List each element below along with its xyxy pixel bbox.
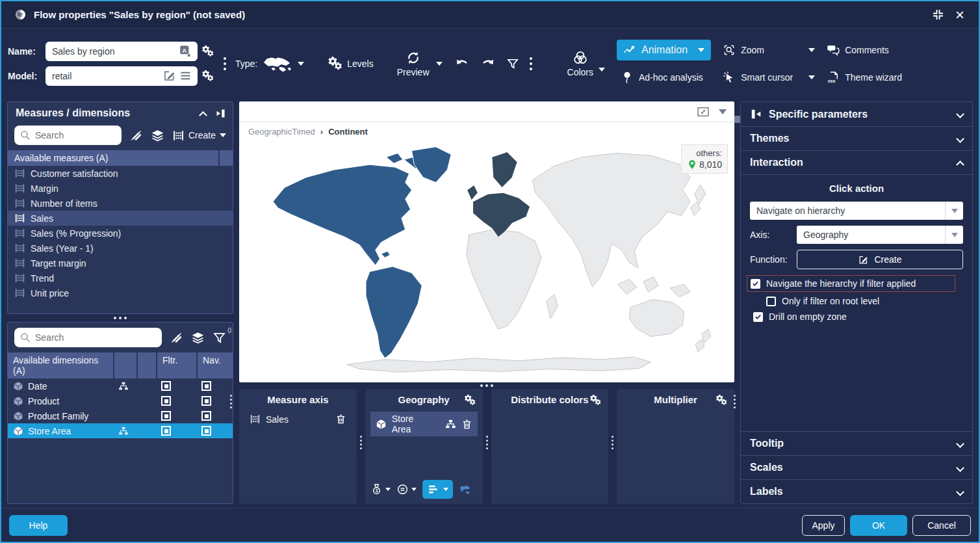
world-map-chart[interactable] (239, 140, 734, 382)
name-input[interactable] (45, 42, 198, 61)
panel-collapse-right-icon[interactable] (750, 108, 762, 120)
trash-icon[interactable] (461, 419, 472, 430)
table-row[interactable]: Date (8, 378, 233, 393)
shelf-settings-gears-icon[interactable] (589, 394, 602, 409)
trash-icon[interactable] (335, 414, 346, 425)
table-row[interactable]: Product (8, 393, 233, 408)
create-function-button[interactable]: Create (797, 250, 963, 269)
shelf-item-store-area[interactable]: Store Area (370, 412, 478, 436)
toolbar-kebab-icon[interactable] (224, 57, 226, 70)
filter-icon[interactable] (506, 57, 519, 70)
measures-collapse-chevron-icon[interactable] (199, 111, 207, 119)
expand-map-icon[interactable] (697, 105, 710, 118)
undo-icon[interactable] (454, 56, 470, 72)
theme-wizard-button[interactable]: Theme wizard (827, 67, 924, 88)
zoom-button[interactable]: Zoom (723, 40, 815, 60)
left-splitter-handle[interactable] (230, 395, 232, 408)
filter-checkbox[interactable] (161, 426, 171, 436)
adhoc-analysis-button[interactable]: Ad-hoc analysis (617, 67, 711, 88)
map-shelves-resize-handle[interactable] (239, 382, 734, 389)
list-item[interactable]: Margin (8, 181, 233, 196)
smart-cursor-caret-icon[interactable] (808, 75, 815, 79)
section-tooltip[interactable]: Tooltip (741, 431, 972, 455)
section-labels[interactable]: Labels (741, 479, 972, 503)
chart-type-group[interactable]: Type: (235, 55, 304, 73)
checkbox-only-root-level[interactable]: Only if filter on root level (763, 293, 963, 309)
edit-model-icon[interactable] (162, 69, 176, 85)
filter-checkbox[interactable] (161, 411, 171, 421)
checkbox-checked-icon[interactable] (751, 279, 760, 289)
apply-button[interactable]: Apply (802, 515, 845, 536)
click-action-select[interactable]: Navigate on hierarchy (750, 202, 963, 220)
preview-caret-icon[interactable] (436, 62, 443, 66)
shelf-item-sales[interactable]: Sales (244, 412, 352, 427)
list-item-selected[interactable]: Sales (8, 211, 233, 226)
right-splitter-handle[interactable] (734, 395, 736, 408)
translate-icon[interactable] (179, 44, 192, 60)
hide-dimensions-icon[interactable] (170, 331, 183, 345)
smart-cursor-button[interactable]: Smart cursor (723, 67, 815, 88)
model-settings-gear-icon[interactable] (201, 70, 214, 83)
list-item[interactable]: Target margin (8, 256, 233, 271)
close-icon[interactable]: × (951, 7, 968, 23)
top-n-medal-icon[interactable] (370, 483, 391, 496)
levels-button[interactable]: Levels (328, 56, 373, 72)
dimension-filter-icon[interactable]: 0 (213, 331, 226, 345)
name-settings-gear-icon[interactable] (201, 45, 214, 58)
create-caret-icon[interactable] (220, 133, 226, 137)
help-button[interactable]: Help (9, 515, 68, 536)
colors-button[interactable]: Colors (567, 50, 593, 77)
filter-checkbox[interactable] (161, 396, 171, 406)
checkbox-drill-empty-zone[interactable]: Drill on empty zone (750, 309, 963, 324)
nav-checkbox[interactable] (201, 426, 211, 436)
preview-button[interactable]: Preview (397, 50, 430, 77)
checkbox-checked-icon[interactable] (753, 312, 763, 322)
geo-map-icon[interactable] (459, 483, 471, 496)
list-item[interactable]: Sales (% Progression) (8, 226, 233, 241)
section-scales[interactable]: Scales (741, 455, 972, 479)
shelf-settings-gears-icon[interactable] (716, 394, 728, 409)
create-measure-button[interactable]: Create (172, 129, 226, 142)
shelf-settings-gears-icon[interactable] (464, 394, 476, 409)
checkbox-navigate-hierarchy[interactable]: Navigate the hierarchy if filter applied (747, 275, 955, 292)
zoom-caret-icon[interactable] (808, 48, 815, 52)
nav-checkbox[interactable] (201, 396, 211, 406)
hide-measures-icon[interactable] (129, 129, 143, 142)
ok-button[interactable]: OK (850, 515, 907, 536)
animation-caret-icon[interactable] (698, 48, 704, 52)
sort-button[interactable] (422, 480, 453, 499)
dimensions-search-input[interactable] (14, 328, 162, 347)
layers-icon[interactable] (191, 331, 205, 345)
redo-icon[interactable] (480, 56, 496, 72)
restore-window-icon[interactable] (929, 7, 946, 23)
hierarchy-icon[interactable] (445, 419, 456, 430)
section-themes[interactable]: Themes (741, 126, 972, 150)
section-interaction[interactable]: Interaction (741, 150, 972, 174)
animation-button[interactable]: Animation (617, 40, 711, 60)
table-row-selected[interactable]: Store Area (8, 423, 233, 438)
nav-checkbox[interactable] (201, 381, 211, 391)
map-type-icon[interactable] (263, 55, 292, 73)
checkbox-unchecked-icon[interactable] (766, 297, 776, 306)
table-row[interactable]: Product Family (8, 408, 233, 423)
type-caret-icon[interactable] (298, 62, 304, 66)
list-item[interactable]: Number of items (8, 196, 233, 211)
layers-icon[interactable] (151, 129, 164, 142)
shelf-splitter-handle[interactable] (360, 436, 362, 449)
colors-caret-icon[interactable] (599, 68, 605, 72)
panel-collapse-left-icon[interactable] (215, 108, 226, 119)
model-list-icon[interactable] (179, 69, 192, 85)
filter-checkbox[interactable] (161, 381, 171, 391)
shelf-splitter-handle[interactable] (612, 436, 613, 449)
section-specific-parameters[interactable]: Specific parameters (741, 102, 972, 126)
more-actions-kebab-icon[interactable] (530, 57, 532, 70)
list-item[interactable]: Trend (8, 271, 233, 285)
shelf-splitter-handle[interactable] (486, 436, 488, 449)
breadcrumb-root[interactable]: GeographicTimed (248, 127, 315, 137)
nav-checkbox[interactable] (201, 411, 211, 421)
aggregate-icon[interactable] (396, 483, 417, 496)
map-options-caret-icon[interactable] (719, 109, 727, 114)
list-item[interactable]: Sales (Year - 1) (8, 241, 233, 256)
axis-select[interactable]: Geography (797, 226, 963, 244)
list-item[interactable]: Unit price (8, 285, 233, 300)
